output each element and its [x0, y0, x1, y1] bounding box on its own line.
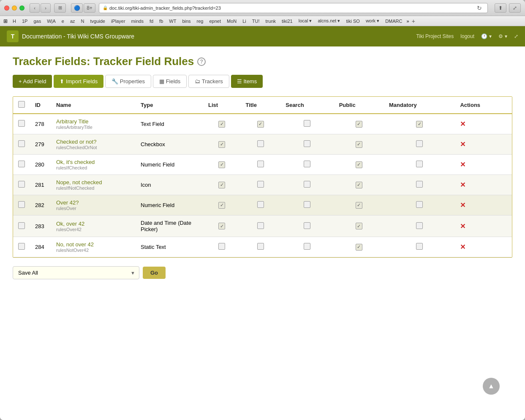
properties-button[interactable]: 🔧 Properties [105, 75, 151, 88]
checkbox-cell[interactable] [18, 140, 25, 147]
bookmark-epnet[interactable]: epnet [207, 18, 223, 25]
apps-icon[interactable]: ⊞ [3, 18, 8, 24]
bookmark-local[interactable]: local ▾ [296, 17, 315, 25]
bookmark-fb[interactable]: fb [157, 18, 166, 25]
bookmark-TU[interactable]: TU! [250, 18, 262, 25]
checkbox-cell[interactable] [18, 222, 25, 229]
checkbox-cell[interactable] [257, 181, 264, 188]
select-all-checkbox[interactable] [18, 101, 25, 108]
checkbox-cell[interactable] [304, 120, 310, 127]
bookmark-trunk[interactable]: trunk [263, 18, 278, 25]
fullscreen-toggle-button[interactable]: ⤢ [509, 3, 521, 13]
fullscreen-button[interactable] [19, 5, 24, 11]
trackers-button[interactable]: 🗂 Trackers [188, 75, 229, 88]
delete-field-button[interactable]: ✕ [460, 181, 465, 188]
settings-button[interactable]: ⚙ ▾ [498, 33, 507, 39]
checkbox-cell[interactable] [304, 140, 310, 147]
logout-link[interactable]: logout [460, 33, 474, 39]
bookmark-WT[interactable]: WT [166, 18, 179, 25]
field-name-link[interactable]: Checked or not? [56, 139, 131, 145]
checkbox-cell[interactable] [356, 223, 362, 229]
delete-field-button[interactable]: ✕ [460, 141, 465, 148]
checkbox-cell[interactable] [257, 140, 264, 147]
go-button[interactable]: Go [143, 267, 166, 279]
checkbox-cell[interactable] [304, 181, 310, 188]
checkbox-cell[interactable] [416, 222, 423, 229]
bookmark-tiki21[interactable]: tiki21 [279, 18, 295, 25]
history-button[interactable]: 🕐 ▾ [481, 33, 492, 39]
checkbox-cell[interactable] [416, 161, 423, 167]
bookmark-tikiSO[interactable]: tiki SO [343, 18, 362, 25]
checkbox-cell[interactable] [18, 181, 25, 188]
bookmark-H[interactable]: H [10, 18, 19, 25]
checkbox-cell[interactable] [304, 243, 310, 250]
bookmark-Li[interactable]: Li [240, 18, 249, 25]
checkbox-cell[interactable] [356, 161, 362, 168]
field-name-link[interactable]: Over 42? [56, 199, 131, 206]
address-bar[interactable]: 🔒 doc.tiki.org/tiki-admin_tracker_fields… [99, 3, 488, 13]
checkbox-cell[interactable] [18, 120, 25, 127]
bookmark-az[interactable]: az [68, 18, 78, 25]
site-name-link[interactable]: Tiki Project Sites [416, 33, 454, 39]
bookmarks-more[interactable]: » [407, 19, 409, 24]
bookmark-MoN[interactable]: MoN [224, 18, 239, 25]
checkbox-cell[interactable] [416, 140, 423, 147]
extension2-icon[interactable]: 8+ [84, 3, 95, 13]
checkbox-cell[interactable] [304, 222, 310, 229]
checkbox-cell[interactable] [416, 181, 423, 188]
bookmark-e[interactable]: e [59, 18, 67, 25]
delete-field-button[interactable]: ✕ [460, 120, 465, 128]
forward-button[interactable]: › [41, 3, 51, 13]
bookmark-N[interactable]: N [79, 18, 87, 25]
checkbox-cell[interactable] [18, 161, 25, 167]
bookmark-bins[interactable]: bins [180, 18, 193, 25]
delete-field-button[interactable]: ✕ [460, 202, 465, 209]
items-button[interactable]: ☰ Items [231, 75, 263, 88]
help-icon[interactable]: ? [197, 57, 206, 66]
field-name-link[interactable]: Ok, over 42 [56, 221, 131, 227]
checkbox-cell[interactable] [304, 161, 310, 167]
checkbox-cell[interactable] [218, 121, 225, 128]
checkbox-cell[interactable] [416, 201, 423, 208]
add-bookmark-button[interactable]: + [412, 18, 415, 25]
field-name-link[interactable]: No, not over 42 [56, 241, 131, 248]
checkbox-cell[interactable] [218, 223, 225, 229]
bookmark-fd[interactable]: fd [147, 18, 156, 25]
checkbox-cell[interactable] [356, 141, 362, 148]
field-name-link[interactable]: Nope, not checked [56, 179, 131, 185]
delete-field-button[interactable]: ✕ [460, 243, 465, 251]
checkbox-cell[interactable] [218, 202, 225, 209]
bookmark-gas[interactable]: gas [31, 18, 44, 25]
close-button[interactable] [4, 5, 9, 11]
fullscreen-icon[interactable]: ⤢ [514, 33, 518, 39]
bookmark-iPlayer[interactable]: iPlayer [109, 18, 128, 25]
checkbox-cell[interactable] [218, 141, 225, 148]
checkbox-cell[interactable] [218, 161, 225, 168]
tab-overview-button[interactable]: ⊞ [54, 3, 66, 13]
checkbox-cell[interactable] [356, 244, 362, 251]
checkbox-cell[interactable] [18, 201, 25, 208]
delete-field-button[interactable]: ✕ [460, 161, 465, 168]
back-button[interactable]: ‹ [30, 3, 40, 13]
bookmark-alcns[interactable]: alcns.net ▾ [315, 17, 343, 25]
field-name-link[interactable]: Arbitrary Title [56, 118, 131, 125]
bookmark-DMARC[interactable]: DMARC [383, 18, 405, 25]
checkbox-cell[interactable] [356, 182, 362, 188]
delete-field-button[interactable]: ✕ [460, 223, 465, 230]
checkbox-cell[interactable] [304, 201, 310, 208]
checkbox-cell[interactable] [257, 201, 264, 208]
fields-button[interactable]: ▦ Fields [153, 75, 187, 88]
bookmark-minds[interactable]: minds [129, 18, 146, 25]
checkbox-cell[interactable] [356, 202, 362, 209]
bookmark-tvguide[interactable]: tvguide [87, 18, 107, 25]
bookmark-WA[interactable]: W|A [44, 18, 58, 25]
checkbox-cell[interactable] [257, 161, 264, 167]
checkbox-cell[interactable] [257, 243, 264, 250]
import-fields-button[interactable]: ⬆ Import Fields [54, 75, 103, 88]
checkbox-cell[interactable] [416, 121, 423, 128]
scroll-to-top-button[interactable]: ▲ [483, 378, 500, 395]
checkbox-cell[interactable] [356, 121, 362, 128]
field-name-link[interactable]: Ok, it's checked [56, 159, 131, 165]
checkbox-cell[interactable] [218, 182, 225, 188]
bookmark-1P[interactable]: 1P [19, 18, 30, 25]
